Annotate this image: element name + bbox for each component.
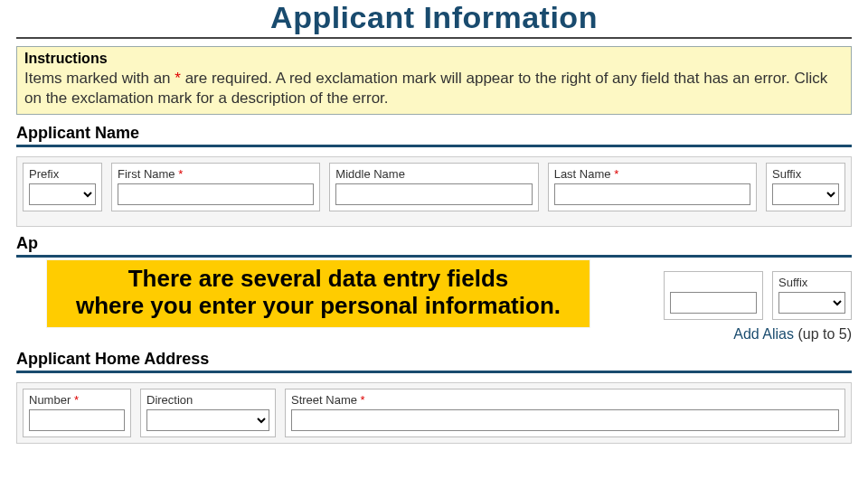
label-last-name: Last Name * xyxy=(554,167,750,181)
field-street-name: Street Name * xyxy=(285,389,845,437)
req-marker: * xyxy=(74,393,79,407)
callout-overlay: There are several data entry fields wher… xyxy=(47,260,590,327)
field-prefix: Prefix xyxy=(23,163,102,211)
field-alias-suffix: Suffix xyxy=(772,271,852,320)
field-middle-name: Middle Name xyxy=(329,163,538,211)
label-last-name-text: Last Name xyxy=(554,167,611,181)
required-asterisk: * xyxy=(175,70,181,87)
input-alias-stub[interactable] xyxy=(670,292,757,314)
req-marker: * xyxy=(361,393,365,407)
add-alias-link[interactable]: Add Alias xyxy=(733,326,794,342)
req-marker: * xyxy=(614,167,618,181)
instructions-heading: Instructions xyxy=(24,51,844,67)
input-middle-name[interactable] xyxy=(335,183,532,205)
page-title: Applicant Information xyxy=(16,0,852,39)
label-street-name: Street Name * xyxy=(291,393,839,407)
field-alias-stub xyxy=(664,271,763,320)
field-suffix: Suffix xyxy=(766,163,845,211)
label-street-name-text: Street Name xyxy=(291,393,357,407)
select-alias-suffix[interactable] xyxy=(778,292,845,314)
add-alias-note: (up to 5) xyxy=(797,326,852,342)
label-first-name-text: First Name xyxy=(118,167,175,181)
select-suffix[interactable] xyxy=(772,183,839,205)
section-heading-address: Applicant Home Address xyxy=(16,350,852,373)
label-alias-suffix: Suffix xyxy=(778,276,845,289)
label-number: Number * xyxy=(29,393,125,407)
req-marker: * xyxy=(178,167,183,181)
label-first-name: First Name * xyxy=(118,167,314,181)
instructions-box: Instructions Items marked with an * are … xyxy=(16,46,852,115)
instr-text-before: Items marked with an xyxy=(24,70,175,87)
field-number: Number * xyxy=(23,389,131,437)
label-suffix: Suffix xyxy=(772,167,839,181)
alias-row-partial: Suffix xyxy=(664,271,852,320)
input-street-name[interactable] xyxy=(291,409,839,431)
label-prefix: Prefix xyxy=(29,167,96,181)
label-alias-stub xyxy=(670,276,757,289)
instructions-text: Items marked with an * are required. A r… xyxy=(24,69,844,108)
name-field-row: Prefix First Name * Middle Name Last Nam… xyxy=(16,156,852,227)
label-number-text: Number xyxy=(29,393,71,407)
add-alias-row: Add Alias (up to 5) xyxy=(16,326,852,343)
field-direction: Direction xyxy=(140,389,276,437)
select-prefix[interactable] xyxy=(29,183,96,205)
input-number[interactable] xyxy=(29,409,125,431)
callout-line2: where you enter your personal informatio… xyxy=(63,293,573,320)
select-direction[interactable] xyxy=(146,409,269,431)
section-heading-name: Applicant Name xyxy=(16,124,852,147)
input-last-name[interactable] xyxy=(554,183,750,205)
label-middle-name: Middle Name xyxy=(335,167,532,181)
input-first-name[interactable] xyxy=(118,183,314,205)
label-direction: Direction xyxy=(146,393,269,407)
field-last-name: Last Name * xyxy=(548,163,757,211)
callout-line1: There are several data entry fields xyxy=(63,266,573,293)
address-field-row: Number * Direction Street Name * xyxy=(16,382,852,444)
field-first-name: First Name * xyxy=(111,163,320,211)
section-heading-alias-stub: Ap xyxy=(16,234,852,258)
